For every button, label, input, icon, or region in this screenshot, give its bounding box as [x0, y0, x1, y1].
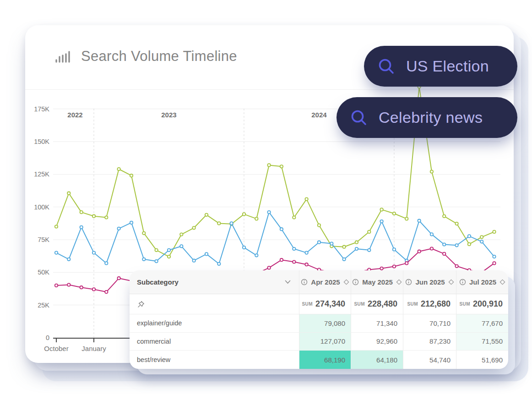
- sort-icon[interactable]: [343, 279, 349, 285]
- table-cell: 51,690: [456, 351, 508, 369]
- sum-label: SUM: [354, 302, 365, 307]
- sum-value: 228,480: [368, 299, 397, 309]
- table-cell: 127,070: [299, 333, 351, 351]
- info-icon: [352, 279, 359, 285]
- table-row: best/review 68,190 64,180 54,740 51,690: [130, 351, 508, 369]
- table-cell: 79,080: [299, 314, 351, 332]
- column-header-label: May 2025: [362, 278, 393, 286]
- row-label: best/review: [130, 351, 299, 369]
- sum-cell: SUM 274,340: [299, 294, 351, 314]
- sort-icon[interactable]: [396, 279, 402, 285]
- page-title: Search Volume Timeline: [81, 48, 237, 65]
- table-cell: 92,960: [351, 333, 403, 351]
- column-header-jun-2025[interactable]: Jun 2025: [403, 270, 456, 294]
- table-row: explainer/guide 79,080 71,340 70,710 77,…: [130, 314, 508, 333]
- divider: [25, 89, 514, 90]
- pushpin-icon[interactable]: [137, 300, 145, 308]
- column-header-jul-2025[interactable]: Jul 2025: [456, 270, 508, 294]
- column-header-label: Subcategory: [137, 278, 179, 286]
- sum-value: 212,680: [421, 299, 451, 309]
- sum-label: SUM: [460, 302, 470, 307]
- table-cell: 71,550: [456, 333, 508, 351]
- sum-cell: SUM 200,910: [456, 294, 508, 314]
- sum-label: SUM: [407, 302, 418, 307]
- tag-us-election[interactable]: US Election: [364, 46, 517, 87]
- tag-celebrity-news[interactable]: Celebrity news: [337, 97, 517, 138]
- row-label: commercial: [130, 333, 299, 351]
- search-icon: [377, 57, 396, 76]
- sum-value: 274,340: [315, 299, 345, 309]
- table-cell: 68,190: [299, 351, 351, 369]
- info-icon: [301, 279, 308, 285]
- table-cell: 71,340: [351, 314, 403, 332]
- search-icon: [350, 109, 368, 127]
- table-cell: 87,230: [403, 333, 456, 351]
- sort-icon[interactable]: [448, 279, 454, 285]
- tag-label: Celebrity news: [379, 109, 483, 126]
- table-cell: 54,740: [403, 351, 456, 369]
- row-label: explainer/guide: [130, 314, 299, 332]
- sum-value: 200,910: [473, 299, 503, 309]
- bar-chart-icon: [54, 48, 72, 66]
- column-header-label: Jul 2025: [469, 278, 496, 286]
- table-cell: 70,710: [403, 314, 456, 332]
- column-header-label: Jun 2025: [415, 278, 445, 286]
- sort-icon[interactable]: [499, 279, 505, 285]
- table-cell: 64,180: [351, 351, 403, 369]
- sum-cell: SUM 212,680: [403, 294, 456, 314]
- page: Search Volume Timeline OctoberJanuary025…: [0, 0, 532, 395]
- pin-cell: [130, 294, 299, 314]
- column-header-apr-2025[interactable]: Apr 2025: [299, 270, 351, 294]
- info-icon: [459, 279, 466, 285]
- column-header-may-2025[interactable]: May 2025: [351, 270, 403, 294]
- table-row: commercial 127,070 92,960 87,230 71,550: [130, 333, 508, 351]
- column-header-subcategory[interactable]: Subcategory: [130, 270, 299, 294]
- sum-label: SUM: [302, 302, 313, 307]
- chevron-down-icon[interactable]: [285, 280, 291, 284]
- column-header-label: Apr 2025: [311, 278, 340, 286]
- tag-label: US Election: [406, 57, 489, 75]
- table-cell: 77,670: [456, 314, 508, 332]
- sum-cell: SUM 228,480: [351, 294, 403, 314]
- info-icon: [405, 279, 412, 285]
- subcategory-table: Subcategory Apr 2025: [130, 270, 508, 369]
- table-sum-row: SUM 274,340 SUM 228,480 SUM 212,680 SUM …: [130, 294, 508, 314]
- table-header-row: Subcategory Apr 2025: [130, 270, 508, 294]
